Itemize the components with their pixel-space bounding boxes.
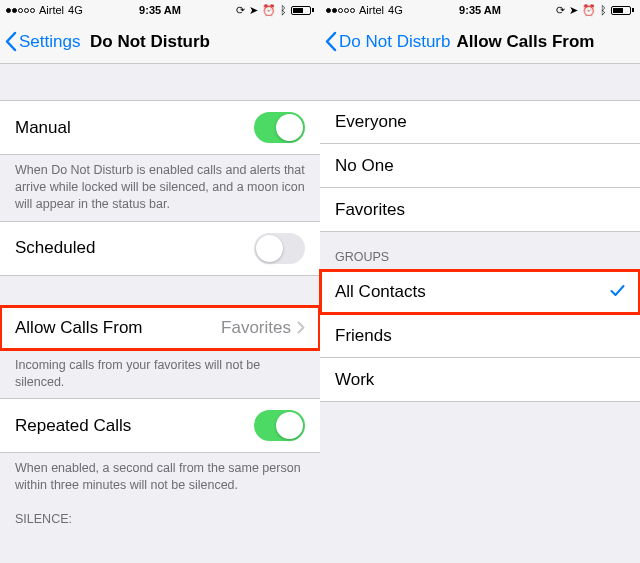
scheduled-toggle[interactable] xyxy=(254,233,305,264)
manual-row[interactable]: Manual xyxy=(0,100,320,155)
silence-header: SILENCE: xyxy=(0,502,320,532)
option-label: Friends xyxy=(335,326,392,346)
status-bar: Airtel 4G 9:35 AM ⟳ ➤ ⏰ ᛒ xyxy=(0,0,320,20)
battery-icon xyxy=(611,6,634,15)
back-button[interactable]: Settings xyxy=(0,31,80,52)
manual-toggle[interactable] xyxy=(254,112,305,143)
allow-calls-from-label: Allow Calls From xyxy=(15,318,143,338)
checkmark-icon xyxy=(610,282,625,302)
chevron-left-icon xyxy=(324,31,337,52)
groups-header: GROUPS xyxy=(320,232,640,270)
repeated-calls-footer: When enabled, a second call from the sam… xyxy=(0,453,320,502)
clock-label: 9:35 AM xyxy=(320,4,640,16)
allow-calls-from-pane: Airtel 4G 9:35 AM ⟳ ➤ ⏰ ᛒ Do Not Disturb… xyxy=(320,0,640,563)
option-label: Everyone xyxy=(335,112,407,132)
page-title: Do Not Disturb xyxy=(90,32,210,52)
option-friends[interactable]: Friends xyxy=(320,314,640,358)
repeated-calls-row[interactable]: Repeated Calls xyxy=(0,398,320,453)
allow-calls-from-footer: Incoming calls from your favorites will … xyxy=(0,350,320,399)
manual-footer: When Do Not Disturb is enabled calls and… xyxy=(0,155,320,221)
nav-bar: Settings Do Not Disturb xyxy=(0,20,320,64)
back-button[interactable]: Do Not Disturb xyxy=(320,31,450,52)
option-no-one[interactable]: No One xyxy=(320,144,640,188)
chevron-right-icon xyxy=(297,321,305,334)
option-label: Work xyxy=(335,370,374,390)
allow-calls-from-row[interactable]: Allow Calls From Favorites xyxy=(0,306,320,350)
settings-dnd-pane: Airtel 4G 9:35 AM ⟳ ➤ ⏰ ᛒ Settings Do No… xyxy=(0,0,320,563)
battery-icon xyxy=(291,6,314,15)
option-label: Favorites xyxy=(335,200,405,220)
clock-label: 9:35 AM xyxy=(0,4,320,16)
option-everyone[interactable]: Everyone xyxy=(320,100,640,144)
allow-calls-from-value: Favorites xyxy=(221,318,291,338)
option-all-contacts[interactable]: All Contacts xyxy=(320,270,640,314)
nav-bar: Do Not Disturb Allow Calls From xyxy=(320,20,640,64)
chevron-left-icon xyxy=(4,31,17,52)
option-label: No One xyxy=(335,156,394,176)
scheduled-row[interactable]: Scheduled xyxy=(0,221,320,276)
option-label: All Contacts xyxy=(335,282,426,302)
scheduled-label: Scheduled xyxy=(15,238,95,258)
repeated-calls-label: Repeated Calls xyxy=(15,416,131,436)
repeated-calls-toggle[interactable] xyxy=(254,410,305,441)
option-work[interactable]: Work xyxy=(320,358,640,402)
back-label: Settings xyxy=(19,32,80,52)
status-bar: Airtel 4G 9:35 AM ⟳ ➤ ⏰ ᛒ xyxy=(320,0,640,20)
back-label: Do Not Disturb xyxy=(339,32,450,52)
page-title: Allow Calls From xyxy=(456,32,594,52)
option-favorites[interactable]: Favorites xyxy=(320,188,640,232)
manual-label: Manual xyxy=(15,118,71,138)
